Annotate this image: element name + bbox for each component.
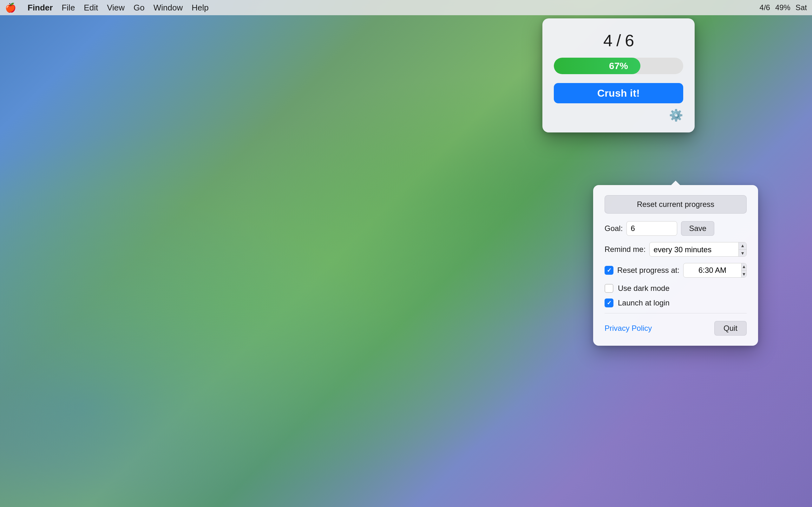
settings-divider	[605, 313, 747, 314]
menubar-go[interactable]: Go	[134, 3, 145, 13]
time-stepper-down[interactable]: ▼	[742, 271, 746, 278]
menubar: 🍎 Finder File Edit View Go Window Help 4…	[0, 0, 812, 15]
progress-percent-label: 67%	[554, 58, 683, 74]
goal-row: Goal: Save	[605, 221, 747, 236]
menubar-time: Sat	[796, 3, 807, 12]
reset-progress-checkbox[interactable]	[605, 266, 613, 275]
remind-stepper-down[interactable]: ▼	[739, 250, 746, 257]
time-stepper: ▲ ▼	[741, 263, 746, 278]
gear-row: ⚙️	[554, 110, 683, 121]
menubar-finder[interactable]: Finder	[28, 3, 53, 13]
gear-icon-button[interactable]: ⚙️	[669, 110, 683, 121]
remind-stepper: ▲ ▼	[739, 242, 746, 257]
goal-input[interactable]	[626, 221, 677, 236]
desktop: 🍎 Finder File Edit View Go Window Help 4…	[0, 0, 812, 507]
crush-it-button[interactable]: Crush it!	[554, 83, 683, 103]
menubar-status-fraction: 4/6	[760, 3, 770, 12]
time-input-wrap: ▲ ▼	[683, 263, 747, 278]
menubar-window[interactable]: Window	[154, 3, 183, 13]
reset-time-row: Reset progress at: ▲ ▼	[605, 263, 747, 278]
launch-login-checkbox[interactable]	[605, 298, 613, 307]
menubar-file[interactable]: File	[61, 3, 75, 13]
quit-button[interactable]: Quit	[714, 321, 747, 336]
apple-menu[interactable]: 🍎	[5, 3, 16, 13]
dark-mode-row: Use dark mode	[605, 284, 747, 293]
remind-row: Remind me: every 15 minutes every 30 min…	[605, 242, 747, 257]
menubar-help[interactable]: Help	[192, 3, 208, 13]
reset-progress-at-label: Reset progress at:	[617, 266, 679, 275]
settings-popup: Reset current progress Goal: Save Remind…	[593, 185, 758, 346]
menubar-left: 🍎 Finder File Edit View Go Window Help	[5, 3, 209, 13]
save-button[interactable]: Save	[681, 221, 714, 236]
settings-footer: Privacy Policy Quit	[605, 321, 747, 336]
time-input[interactable]	[683, 263, 741, 278]
privacy-policy-link[interactable]: Privacy Policy	[605, 324, 652, 333]
menubar-battery: 49%	[775, 3, 791, 12]
menubar-edit[interactable]: Edit	[84, 3, 98, 13]
main-popup: 4 / 6 67% Crush it! ⚙️	[542, 18, 695, 132]
menubar-view[interactable]: View	[107, 3, 125, 13]
progress-fraction: 4 / 6	[554, 31, 683, 50]
remind-label: Remind me:	[605, 245, 646, 254]
menubar-right: 4/6 49% Sat	[760, 3, 807, 12]
progress-bar-container: 67%	[554, 58, 683, 74]
time-stepper-up[interactable]: ▲	[742, 263, 746, 271]
goal-label: Goal:	[605, 224, 623, 233]
launch-login-row: Launch at login	[605, 298, 747, 307]
reset-progress-button[interactable]: Reset current progress	[605, 195, 747, 214]
remind-select[interactable]: every 15 minutes every 30 minutes every …	[650, 242, 739, 257]
dark-mode-checkbox[interactable]	[605, 284, 613, 293]
dark-mode-label: Use dark mode	[618, 284, 670, 293]
remind-select-wrap: every 15 minutes every 30 minutes every …	[649, 242, 747, 257]
launch-login-label: Launch at login	[618, 298, 670, 307]
remind-stepper-up[interactable]: ▲	[739, 242, 746, 250]
